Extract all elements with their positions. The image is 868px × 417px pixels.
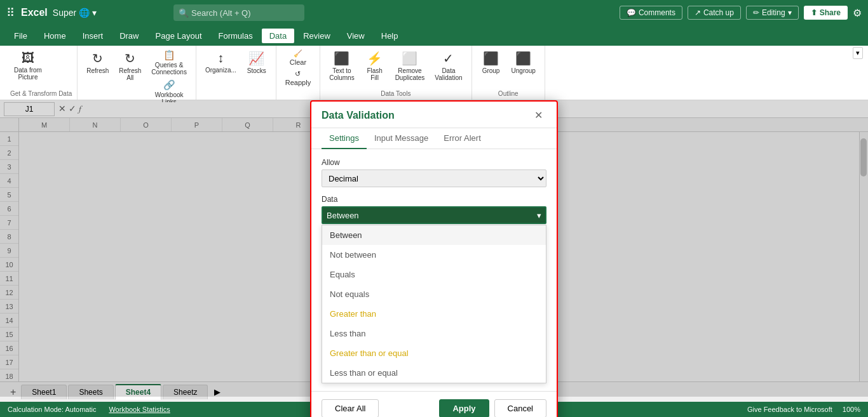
data-label: Data xyxy=(322,195,546,204)
app-name: Excel xyxy=(21,7,48,18)
text-columns-icon: ⬛ xyxy=(334,51,349,66)
dropdown-item-greater-than[interactable]: Greater than xyxy=(322,304,546,324)
ribbon-tabs: File Home Insert Draw Page Layout Formul… xyxy=(0,25,868,46)
group-button[interactable]: ⬛ Group xyxy=(477,48,505,77)
refresh-all-icon: ↻ xyxy=(125,51,135,66)
dropdown-item-between[interactable]: Between xyxy=(322,225,546,245)
duplicates-icon: ⬜ xyxy=(402,51,417,66)
clear-icon: 🧹 xyxy=(294,50,302,58)
dropdown-arrow-icon: ▾ xyxy=(537,211,541,220)
queries-icon: 📋 xyxy=(163,50,175,61)
cancel-button[interactable]: Cancel xyxy=(494,399,546,417)
data-dropdown-list: Between Not between Equals Not equals Gr… xyxy=(322,225,546,383)
tab-help[interactable]: Help xyxy=(374,29,406,43)
ribbon-group-outline: ⬛ Group ⬛ Ungroup Outline xyxy=(472,46,545,100)
editing-button[interactable]: ✏ Editing ▾ xyxy=(746,6,799,20)
ungroup-button[interactable]: ⬛ Ungroup xyxy=(508,48,539,77)
text-to-columns-button[interactable]: ⬛ Text toColumns xyxy=(325,48,358,84)
allow-group: Allow Decimal xyxy=(322,158,546,187)
search-input[interactable] xyxy=(173,4,304,21)
share-button[interactable]: ⬆ Share xyxy=(804,6,848,20)
stocks-button[interactable]: 📈 Stocks xyxy=(243,48,271,77)
modal-overlay: Data Validation ✕ Settings Input Message… xyxy=(0,100,868,397)
dropdown-item-less-than[interactable]: Less than xyxy=(322,324,546,343)
tab-insert[interactable]: Insert xyxy=(75,29,111,43)
modal-title: Data Validation xyxy=(322,110,395,121)
zoom-label: 100% xyxy=(843,406,860,413)
links-icon: 🔗 xyxy=(163,79,175,91)
tab-home[interactable]: Home xyxy=(36,29,74,43)
group-label-data-tools: Data Tools xyxy=(325,90,466,97)
share-icon: ⬆ xyxy=(811,8,817,17)
catchup-icon: ↗ xyxy=(695,8,701,17)
tab-view[interactable]: View xyxy=(339,29,372,43)
modal-tab-settings[interactable]: Settings xyxy=(322,128,367,149)
calc-mode-label: Calculation Mode: Automatic xyxy=(8,406,96,413)
dropdown-item-not-equals[interactable]: Not equals xyxy=(322,284,546,304)
modal-tabs: Settings Input Message Error Alert xyxy=(311,128,557,149)
modal-content: Allow Decimal Data Between ▾ Between Not… xyxy=(311,149,557,383)
group-label-get-transform: Get & Transform Data xyxy=(10,90,72,97)
picture-icon: 🖼 xyxy=(22,51,34,65)
workbook-stats-label[interactable]: Workbook Statistics xyxy=(109,406,170,413)
allow-label: Allow xyxy=(322,158,546,167)
group-icon: ⬛ xyxy=(483,51,499,66)
ribbon-group-clear-reapply: 🧹 Clear ↺ Reapply xyxy=(276,46,320,100)
reapply-icon: ↺ xyxy=(295,70,301,78)
remove-duplicates-button[interactable]: ⬜ RemoveDuplicates xyxy=(391,48,429,84)
group-items-data-tools: ⬛ Text toColumns ⚡ FlashFill ⬜ RemoveDup… xyxy=(325,48,466,89)
data-select-value: Between xyxy=(327,211,359,220)
modal-tab-input-message[interactable]: Input Message xyxy=(367,128,436,149)
queries-connections-button[interactable]: 📋 Queries &Connections xyxy=(147,48,191,77)
clear-button[interactable]: 🧹 Clear xyxy=(281,48,315,67)
data-validation-modal: Data Validation ✕ Settings Input Message… xyxy=(310,100,558,417)
tab-review[interactable]: Review xyxy=(295,29,338,43)
data-group: Data Between ▾ Between Not between Equal… xyxy=(322,195,546,383)
catchup-button[interactable]: ↗ Catch up xyxy=(688,6,741,20)
allow-select[interactable]: Decimal xyxy=(322,169,546,187)
ribbon-group-data-tools: ⬛ Text toColumns ⚡ FlashFill ⬜ RemoveDup… xyxy=(320,46,471,100)
profile-area: Super 🌐 ▾ xyxy=(53,8,97,18)
group-items-outline: ⬛ Group ⬛ Ungroup xyxy=(477,48,539,89)
gear-icon[interactable]: ⚙ xyxy=(853,7,862,19)
reapply-button[interactable]: ↺ Reapply xyxy=(281,69,315,88)
ungroup-icon: ⬛ xyxy=(515,51,531,66)
status-bar-right: Give Feedback to Microsoft 100% xyxy=(747,406,860,413)
profile-name: Super xyxy=(53,8,76,18)
tab-formulas[interactable]: Formulas xyxy=(211,29,261,43)
feedback-label[interactable]: Give Feedback to Microsoft xyxy=(747,406,832,413)
modal-tab-error-alert[interactable]: Error Alert xyxy=(436,128,489,149)
waffle-icon[interactable]: ⠿ xyxy=(6,6,15,20)
tab-draw[interactable]: Draw xyxy=(112,29,146,43)
refresh-button[interactable]: ↻ Refresh xyxy=(83,48,112,77)
tab-file[interactable]: File xyxy=(6,29,35,43)
group-items-queries: ↻ Refresh ↻ RefreshAll 📋 Queries &Connec… xyxy=(83,48,191,107)
flash-icon: ⚡ xyxy=(367,51,383,66)
profile-icon[interactable]: 🌐 ▾ xyxy=(79,8,97,18)
apply-button[interactable]: Apply xyxy=(439,399,489,417)
edit-icon: ✏ xyxy=(753,8,759,17)
dropdown-item-less-than-equal[interactable]: Less than or equal xyxy=(322,363,546,383)
refresh-all-button[interactable]: ↻ RefreshAll xyxy=(115,48,145,84)
comments-button[interactable]: 💬 Comments xyxy=(620,6,682,20)
modal-close-button[interactable]: ✕ xyxy=(531,108,546,122)
ribbon-group-sort: ↕ Organiza... 📈 Stocks xyxy=(196,46,276,100)
refresh-icon: ↻ xyxy=(92,51,103,66)
dropdown-item-not-between[interactable]: Not between xyxy=(322,245,546,265)
clear-all-button[interactable]: Clear All xyxy=(322,399,379,417)
data-validation-button[interactable]: ✓ DataValidation xyxy=(431,48,466,84)
dropdown-item-equals[interactable]: Equals xyxy=(322,265,546,284)
dropdown-item-greater-than-equal[interactable]: Greater than or equal xyxy=(322,343,546,363)
organiza-button[interactable]: ↕ Organiza... xyxy=(201,48,240,76)
flash-fill-button[interactable]: ⚡ FlashFill xyxy=(361,48,389,84)
ribbon-toolbar: 🖼 Data fromPicture Get & Transform Data … xyxy=(0,46,868,100)
ribbon-group-queries: ↻ Refresh ↻ RefreshAll 📋 Queries &Connec… xyxy=(78,46,196,100)
data-select-trigger[interactable]: Between ▾ xyxy=(322,206,546,224)
tab-page-layout[interactable]: Page Layout xyxy=(148,29,210,43)
ribbon-expand-button[interactable]: ▾ xyxy=(853,47,863,59)
data-from-picture-button[interactable]: 🖼 Data fromPicture xyxy=(10,48,46,83)
sort-icon: ↕ xyxy=(217,51,224,65)
tab-data[interactable]: Data xyxy=(262,29,294,43)
group-items-sort: ↕ Organiza... 📈 Stocks xyxy=(201,48,271,96)
modal-header: Data Validation ✕ xyxy=(311,102,557,128)
